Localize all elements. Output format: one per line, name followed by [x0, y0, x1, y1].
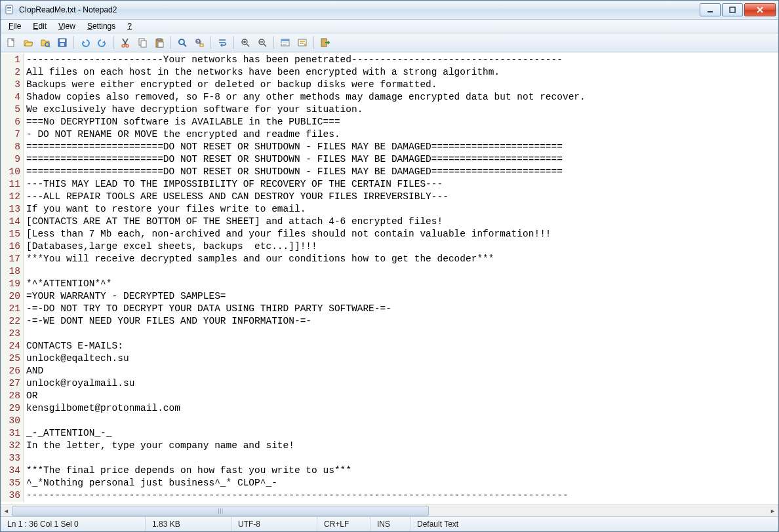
editor-line[interactable]: 28OR	[1, 390, 778, 402]
line-text[interactable]: *^*ATTENTION*^*	[24, 278, 112, 290]
line-text[interactable]: kensgilbomet@protonmail.com	[24, 402, 180, 415]
editor-line[interactable]: 23	[1, 328, 778, 340]
editor-line[interactable]: 7- DO NOT RENAME OR MOVE the encrypted a…	[1, 128, 778, 141]
editor-line[interactable]: 24CONTACTS E-MAILS:	[1, 340, 778, 352]
editor-line[interactable]: 6===No DECRYPTION software is AVAILABLE …	[1, 116, 778, 128]
line-text[interactable]: -=-WE DONT NEED YOUR FILES AND YOUR INFO…	[24, 315, 311, 328]
line-text[interactable]: ***The final price depends on how fast y…	[24, 465, 351, 477]
editor-line[interactable]: 8========================DO NOT RESET OR…	[1, 141, 778, 153]
editor-line[interactable]: 13If you want to restore your files writ…	[1, 203, 778, 216]
editor-line[interactable]: 2All files on each host in the networks …	[1, 66, 778, 79]
line-text[interactable]: OR	[24, 390, 37, 402]
line-text[interactable]: Backups were either encrypted or deleted…	[24, 79, 437, 91]
line-text[interactable]	[24, 452, 26, 465]
line-text[interactable]: =YOUR WARRANTY - DECRYPTED SAMPLES=	[24, 290, 226, 303]
line-text[interactable]: unlock@royalmail.su	[24, 377, 134, 390]
undo-button[interactable]	[77, 35, 93, 50]
editor-line[interactable]: 29kensgilbomet@protonmail.com	[1, 402, 778, 415]
scroll-track[interactable]	[12, 505, 767, 516]
editor-line[interactable]: 10========================DO NOT RESET O…	[1, 166, 778, 178]
browse-button[interactable]	[37, 35, 53, 50]
status-eol[interactable]: CR+LF	[317, 517, 370, 531]
editor-line[interactable]: 9========================DO NOT RESET OR…	[1, 153, 778, 166]
line-text[interactable]: -=-DO NOT TRY TO DECRYPT YOUR DATA USING…	[24, 303, 391, 315]
status-size[interactable]: 1.83 KB	[146, 517, 231, 531]
menu-settings[interactable]: Settings	[82, 21, 121, 31]
editor-line[interactable]: 25unlock@eqaltech.su	[1, 352, 778, 365]
editor-line[interactable]: 31_-_ATTENTION_-_	[1, 427, 778, 440]
exit-button[interactable]	[317, 35, 333, 50]
paste-button[interactable]	[151, 35, 167, 50]
close-button[interactable]	[744, 3, 776, 16]
editor-line[interactable]: 36--------------------------------------…	[1, 489, 778, 502]
editor[interactable]: 1------------------------Your networks h…	[1, 52, 778, 504]
editor-line[interactable]: 15[Less than 7 Mb each, non-archived and…	[1, 228, 778, 240]
zoom-out-button[interactable]	[254, 35, 270, 50]
line-text[interactable]: ===No DECRYPTION software is AVAILABLE i…	[24, 116, 340, 128]
line-text[interactable]: AND	[24, 365, 43, 377]
menu-view[interactable]: View	[53, 21, 81, 31]
titlebar[interactable]: CIopReadMe.txt - Notepad2	[1, 1, 778, 20]
line-text[interactable]	[24, 328, 26, 340]
scheme-button[interactable]	[277, 35, 293, 50]
line-text[interactable]: Shadow copies also removed, so F-8 or an…	[24, 91, 586, 104]
line-text[interactable]: [Less than 7 Mb each, non-archived and y…	[24, 228, 551, 240]
line-text[interactable]: If you want to restore your files write …	[24, 203, 306, 216]
scroll-right-arrow-icon[interactable]: ►	[767, 505, 778, 516]
menu-file[interactable]: File	[3, 21, 26, 31]
horizontal-scrollbar[interactable]: ◄ ►	[1, 504, 778, 516]
editor-line[interactable]: 30	[1, 415, 778, 427]
redo-button[interactable]	[94, 35, 110, 50]
editor-line[interactable]: 35^_*Nothing personal just business^_* C…	[1, 477, 778, 489]
editor-line[interactable]: 22-=-WE DONT NEED YOUR FILES AND YOUR IN…	[1, 315, 778, 328]
find-button[interactable]	[174, 35, 190, 50]
line-text[interactable]	[24, 265, 26, 278]
editor-line[interactable]: 32In the letter, type your company name …	[1, 440, 778, 452]
scroll-thumb[interactable]	[12, 506, 429, 516]
cut-button[interactable]	[117, 35, 133, 50]
zoom-in-button[interactable]	[237, 35, 253, 50]
line-text[interactable]: ---THIS MAY LEAD TO THE IMPOSSIBILITY OF…	[24, 178, 443, 191]
editor-line[interactable]: 11---THIS MAY LEAD TO THE IMPOSSIBILITY …	[1, 178, 778, 191]
line-text[interactable]	[24, 415, 26, 427]
line-text[interactable]: [Databases,large excel sheets, backups e…	[24, 240, 317, 253]
editor-line[interactable]: 3Backups were either encrypted or delete…	[1, 79, 778, 91]
editor-line[interactable]: 21-=-DO NOT TRY TO DECRYPT YOUR DATA USI…	[1, 303, 778, 315]
status-ovr[interactable]: INS	[370, 517, 410, 531]
editor-line[interactable]: 1------------------------Your networks h…	[1, 54, 778, 66]
line-text[interactable]: In the letter, type your company name an…	[24, 440, 294, 452]
line-text[interactable]: unlock@eqaltech.su	[24, 352, 129, 365]
editor-line[interactable]: 26AND	[1, 365, 778, 377]
line-text[interactable]: _-_ATTENTION_-_	[24, 427, 112, 440]
editor-line[interactable]: 16[Databases,large excel sheets, backups…	[1, 240, 778, 253]
line-text[interactable]: ---ALL REPAIR TOOLS ARE USELESS AND CAN …	[24, 191, 449, 203]
menu-edit[interactable]: Edit	[28, 21, 52, 31]
line-text[interactable]: ^_*Nothing personal just business^_* CLO…	[24, 477, 277, 489]
wordwrap-button[interactable]	[214, 35, 230, 50]
editor-line[interactable]: 12---ALL REPAIR TOOLS ARE USELESS AND CA…	[1, 191, 778, 203]
editor-line[interactable]: 34***The final price depends on how fast…	[1, 465, 778, 477]
customize-button[interactable]	[294, 35, 310, 50]
line-text[interactable]: ***You will receive decrypted samples an…	[24, 253, 494, 265]
line-text[interactable]: ========================DO NOT RESET OR …	[24, 153, 563, 166]
minimize-button[interactable]	[700, 3, 721, 16]
status-encoding[interactable]: UTF-8	[231, 517, 317, 531]
scroll-left-arrow-icon[interactable]: ◄	[1, 505, 12, 516]
line-text[interactable]: - DO NOT RENAME OR MOVE the encrypted an…	[24, 128, 340, 141]
line-text[interactable]: ----------------------------------------…	[24, 489, 569, 502]
status-position[interactable]: Ln 1 : 36 Col 1 Sel 0	[1, 517, 146, 531]
maximize-button[interactable]	[722, 3, 743, 16]
replace-button[interactable]: ab	[191, 35, 207, 50]
line-text[interactable]: We exclusively have decryption software …	[24, 104, 363, 116]
line-text[interactable]: All files on each host in the networks h…	[24, 66, 500, 79]
save-button[interactable]	[54, 35, 70, 50]
line-text[interactable]: [CONTACTS ARE AT THE BOTTOM OF THE SHEET…	[24, 216, 443, 228]
editor-line[interactable]: 4Shadow copies also removed, so F-8 or a…	[1, 91, 778, 104]
line-text[interactable]: CONTACTS E-MAILS:	[24, 340, 123, 352]
editor-line[interactable]: 18	[1, 265, 778, 278]
editor-line[interactable]: 5We exclusively have decryption software…	[1, 104, 778, 116]
line-text[interactable]: ------------------------Your networks ha…	[24, 54, 563, 66]
copy-button[interactable]	[134, 35, 150, 50]
menu-help[interactable]: ?	[122, 21, 137, 31]
new-button[interactable]	[3, 35, 19, 50]
